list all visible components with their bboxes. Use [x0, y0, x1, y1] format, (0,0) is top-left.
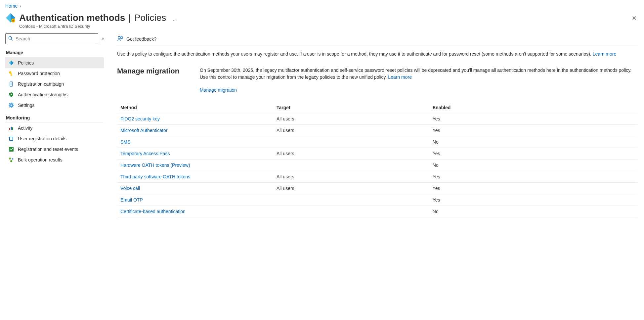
- diamond-icon: [9, 60, 14, 66]
- enabled-cell: Yes: [429, 194, 637, 206]
- key-icon: [9, 71, 14, 76]
- table-row[interactable]: Certificate-based authenticationNo: [117, 206, 637, 217]
- sidebar-item-label: Settings: [18, 103, 35, 108]
- th-enabled[interactable]: Enabled: [429, 102, 637, 113]
- section-manage: Manage: [5, 47, 104, 58]
- table-row[interactable]: Third-party software OATH tokensAll user…: [117, 171, 637, 183]
- sidebar-item-auth-strengths[interactable]: Authentication strengths: [5, 89, 104, 100]
- got-feedback-link[interactable]: Got feedback?: [126, 36, 156, 42]
- title-separator: |: [126, 13, 133, 23]
- svg-point-5: [9, 36, 12, 39]
- enabled-cell: No: [429, 136, 637, 148]
- svg-line-23: [9, 107, 10, 107]
- sidebar-item-label: Registration and reset events: [18, 147, 78, 152]
- svg-marker-8: [11, 61, 14, 65]
- breadcrumb-home[interactable]: Home: [5, 3, 18, 9]
- chart-icon: [9, 147, 14, 152]
- table-row[interactable]: FIDO2 security keyAll usersYes: [117, 113, 637, 125]
- table-row[interactable]: Voice callAll usersYes: [117, 183, 637, 194]
- method-link[interactable]: Voice call: [120, 186, 140, 191]
- migration-learn-more-link[interactable]: Learn more: [388, 74, 412, 80]
- method-link[interactable]: SMS: [120, 139, 130, 145]
- gear-icon: [9, 103, 14, 108]
- svg-point-32: [12, 158, 14, 160]
- auth-methods-icon: [5, 13, 16, 23]
- sidebar-item-label: Bulk operation results: [18, 157, 63, 162]
- target-cell: [273, 136, 429, 148]
- enabled-cell: No: [429, 160, 637, 171]
- sidebar-item-activity[interactable]: Activity: [5, 123, 104, 133]
- method-link[interactable]: Certificate-based authentication: [120, 209, 186, 214]
- target-cell: All users: [273, 171, 429, 183]
- phone-icon: [9, 81, 14, 87]
- svg-rect-11: [11, 75, 12, 75]
- target-cell: All users: [273, 113, 429, 125]
- more-menu-icon[interactable]: …: [172, 16, 178, 23]
- page-title-sub: Policies: [134, 13, 166, 23]
- method-link[interactable]: Hardware OATH tokens (Preview): [120, 162, 190, 168]
- feedback-icon: [117, 35, 123, 42]
- section-monitoring: Monitoring: [5, 113, 104, 123]
- method-link[interactable]: Microsoft Authenticator: [120, 128, 167, 133]
- sidebar-item-policies[interactable]: Policies: [5, 58, 104, 68]
- sidebar-item-registration-campaign[interactable]: Registration campaign: [5, 79, 104, 89]
- svg-line-24: [13, 103, 13, 104]
- table-row[interactable]: Microsoft AuthenticatorAll usersYes: [117, 125, 637, 136]
- svg-point-31: [9, 158, 11, 160]
- sidebar: « Manage Policies Password protection Re…: [5, 33, 104, 217]
- enabled-cell: Yes: [429, 148, 637, 160]
- learn-more-link[interactable]: Learn more: [593, 51, 617, 57]
- close-icon[interactable]: ✕: [630, 13, 639, 24]
- table-row[interactable]: Temporary Access PassAll usersYes: [117, 148, 637, 160]
- sidebar-item-label: Authentication strengths: [18, 92, 67, 97]
- sidebar-item-password-protection[interactable]: Password protection: [5, 68, 104, 79]
- svg-line-6: [11, 39, 13, 40]
- bars-icon: [9, 125, 14, 131]
- sidebar-item-settings[interactable]: Settings: [5, 100, 104, 111]
- manage-migration-link[interactable]: Manage migration: [200, 87, 237, 94]
- svg-rect-4: [12, 20, 14, 22]
- sidebar-item-registration-reset-events[interactable]: Registration and reset events: [5, 144, 104, 155]
- svg-point-34: [118, 36, 120, 38]
- search-box[interactable]: [5, 33, 98, 44]
- target-cell: [273, 194, 429, 206]
- shield-icon: [9, 92, 14, 97]
- method-link[interactable]: FIDO2 security key: [120, 116, 160, 121]
- nodes-icon: [9, 157, 14, 162]
- table-row[interactable]: Email OTPYes: [117, 194, 637, 206]
- methods-table: Method Target Enabled FIDO2 security key…: [117, 102, 637, 217]
- table-row[interactable]: Hardware OATH tokens (Preview)No: [117, 160, 637, 171]
- sidebar-item-label: Registration campaign: [18, 81, 64, 87]
- sidebar-item-label: Password protection: [18, 71, 60, 76]
- sidebar-item-label: User registration details: [18, 136, 66, 141]
- collapse-sidebar-icon[interactable]: «: [102, 36, 104, 41]
- page-title-main: Authentication methods: [19, 13, 125, 23]
- enabled-cell: No: [429, 206, 637, 217]
- svg-point-33: [10, 160, 12, 162]
- method-link[interactable]: Third-party software OATH tokens: [120, 174, 190, 179]
- svg-point-16: [11, 105, 12, 106]
- sidebar-item-user-registration-details[interactable]: User registration details: [5, 133, 104, 144]
- th-method[interactable]: Method: [117, 102, 273, 113]
- search-icon: [8, 36, 13, 42]
- book-icon: [9, 136, 14, 141]
- svg-rect-29: [10, 137, 13, 140]
- target-cell: All users: [273, 148, 429, 160]
- enabled-cell: Yes: [429, 183, 637, 194]
- target-cell: All users: [273, 125, 429, 136]
- sidebar-item-bulk-operation-results[interactable]: Bulk operation results: [5, 155, 104, 165]
- svg-rect-26: [11, 127, 12, 130]
- svg-rect-13: [11, 82, 12, 85]
- method-link[interactable]: Temporary Access Pass: [120, 151, 170, 156]
- policy-description: Use this policy to configure the authent…: [117, 51, 637, 58]
- search-input[interactable]: [16, 36, 95, 41]
- svg-rect-27: [12, 127, 13, 130]
- enabled-cell: Yes: [429, 113, 637, 125]
- th-target[interactable]: Target: [273, 102, 429, 113]
- svg-point-14: [11, 94, 12, 95]
- enabled-cell: Yes: [429, 171, 637, 183]
- table-row[interactable]: SMSNo: [117, 136, 637, 148]
- breadcrumb: Home ›: [5, 3, 639, 9]
- sidebar-item-label: Policies: [18, 60, 34, 66]
- method-link[interactable]: Email OTP: [120, 197, 143, 203]
